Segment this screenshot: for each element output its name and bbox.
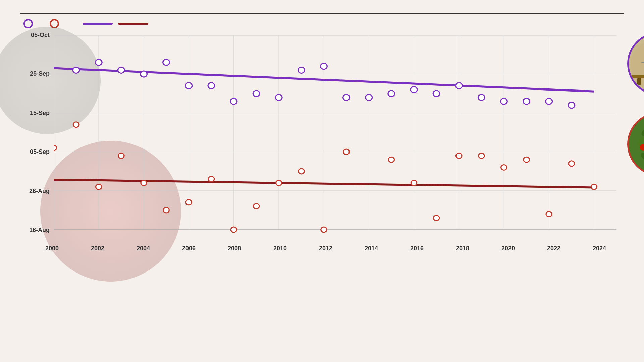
x-label-2016: 2016: [410, 245, 424, 252]
svg-point-36: [366, 95, 372, 101]
x-label-2020: 2020: [501, 245, 515, 252]
y-label-16aug: 16-Aug: [29, 227, 50, 233]
hawthorn-image-circle: [627, 112, 644, 176]
x-label-2024: 2024: [593, 245, 606, 252]
hawthorn-trend-line-icon: [118, 23, 148, 25]
svg-point-71: [591, 184, 597, 189]
svg-point-33: [298, 67, 305, 73]
svg-point-27: [163, 59, 170, 65]
swallow-trend-line-icon: [83, 23, 113, 25]
x-label-2012: 2012: [319, 245, 332, 252]
svg-point-67: [501, 165, 507, 170]
svg-point-43: [523, 98, 530, 104]
svg-point-66: [479, 153, 485, 159]
svg-point-54: [208, 176, 214, 182]
x-label-2010: 2010: [273, 245, 287, 252]
svg-point-58: [299, 169, 305, 174]
svg-point-65: [456, 153, 462, 159]
y-axis: 05-Oct 25-Sep 15-Sep 05-Sep 26-Aug 16-Au…: [20, 32, 54, 233]
svg-point-23: [73, 67, 79, 73]
y-label-26aug: 26-Aug: [29, 188, 50, 194]
svg-point-30: [230, 98, 237, 104]
chart-inner: 2000200220042006200820102012201420162018…: [54, 32, 624, 233]
svg-point-48: [73, 122, 79, 127]
svg-point-62: [388, 157, 394, 162]
svg-point-69: [546, 212, 552, 217]
x-label-2006: 2006: [182, 245, 196, 252]
svg-point-28: [185, 83, 192, 89]
svg-point-29: [208, 83, 215, 89]
x-label-2008: 2008: [228, 245, 241, 252]
chart-area: 05-Oct 25-Sep 15-Sep 05-Sep 26-Aug 16-Au…: [20, 32, 624, 233]
svg-point-57: [276, 180, 282, 186]
svg-point-42: [501, 98, 507, 104]
x-label-2004: 2004: [137, 245, 150, 252]
x-label-2014: 2014: [365, 245, 378, 252]
legend-trend-lines: [83, 23, 154, 25]
svg-point-26: [141, 71, 147, 77]
svg-point-37: [388, 90, 395, 97]
svg-point-39: [433, 90, 440, 97]
svg-point-38: [411, 86, 417, 93]
svg-point-32: [275, 95, 282, 101]
x-label-2002: 2002: [91, 245, 104, 252]
chart-header: [20, 10, 624, 14]
svg-point-49: [96, 184, 102, 189]
svg-point-60: [343, 149, 350, 155]
legend-swallow: [23, 19, 36, 28]
svg-point-24: [95, 59, 102, 65]
x-label-2018: 2018: [456, 245, 469, 252]
svg-point-63: [411, 180, 417, 186]
svg-point-40: [455, 83, 462, 89]
svg-point-51: [141, 180, 147, 186]
svg-point-44: [546, 98, 552, 104]
svg-point-35: [343, 95, 350, 101]
svg-point-70: [569, 161, 575, 166]
svg-point-25: [118, 67, 124, 73]
swallow-circle-icon: [23, 19, 33, 28]
svg-point-53: [186, 200, 192, 205]
svg-point-55: [231, 227, 237, 232]
svg-point-45: [568, 102, 575, 108]
svg-point-59: [321, 227, 327, 232]
svg-point-50: [118, 153, 124, 159]
y-label-15sep: 15-Sep: [30, 110, 50, 116]
svg-point-34: [321, 63, 327, 69]
x-label-2000: 2000: [45, 245, 59, 252]
svg-point-64: [433, 215, 439, 221]
x-label-2022: 2022: [547, 245, 560, 252]
svg-rect-79: [631, 75, 644, 78]
chart-svg: [54, 32, 624, 233]
svg-rect-80: [637, 78, 641, 85]
svg-point-68: [524, 157, 530, 162]
side-images: [627, 32, 644, 176]
svg-point-41: [478, 95, 485, 101]
swallow-illustration: [631, 37, 644, 90]
y-label-25sep: 25-Sep: [30, 71, 50, 77]
y-label-05oct: 05-Oct: [31, 32, 50, 38]
y-label-05sep: 05-Sep: [30, 149, 50, 155]
svg-point-52: [163, 207, 169, 213]
hawthorn-illustration: [629, 114, 644, 174]
legend: [20, 19, 624, 28]
swallow-image-circle: [627, 32, 644, 96]
page: 05-Oct 25-Sep 15-Sep 05-Sep 26-Aug 16-Au…: [0, 0, 644, 243]
svg-point-47: [54, 145, 57, 150]
svg-point-56: [253, 203, 259, 209]
svg-point-31: [253, 90, 260, 97]
